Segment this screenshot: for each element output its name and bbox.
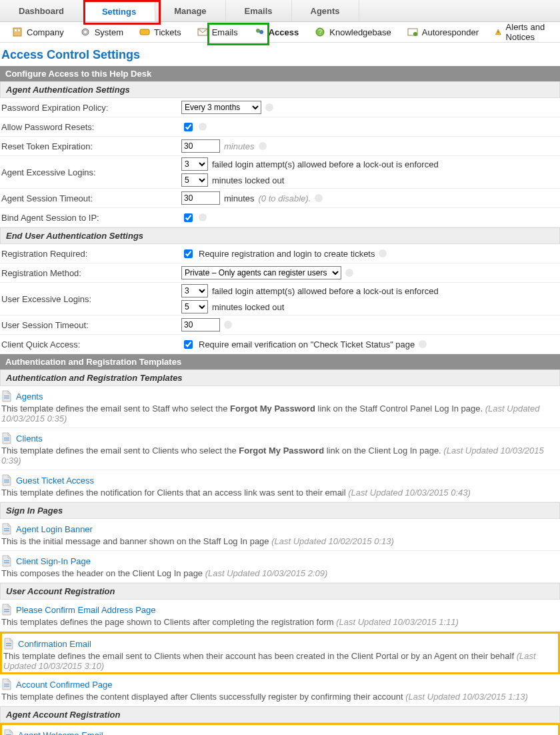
template-link[interactable]: Confirmation Email — [18, 639, 91, 649]
tab-manage[interactable]: Manage — [155, 0, 225, 21]
reg-method-select[interactable]: Private – Only agents can register users — [181, 266, 341, 279]
access-icon — [254, 27, 265, 37]
template-guest: Guest Ticket Access This template define… — [0, 470, 560, 502]
text: Require email verification on "Check Tic… — [199, 339, 415, 349]
section-agentreg: Agent Account Registration — [0, 706, 560, 723]
subtab-label: Knowledgebase — [329, 27, 391, 37]
system-icon — [80, 27, 91, 37]
secondary-tabs: CompanySystemTicketsEmailsAccessKnowledg… — [0, 22, 560, 43]
template-link[interactable]: Client Sign-In Page — [16, 556, 91, 566]
templates-head: Authentication and Registration Template… — [0, 370, 560, 386]
template-confirm-page: Please Confirm Email Address Page This t… — [0, 600, 560, 632]
row-allow-reset: Allow Password Resets: — [0, 117, 560, 137]
autoresponder-icon — [407, 27, 418, 37]
primary-tabs: DashboardSettingsManageEmailsAgents — [0, 0, 560, 22]
tab-dashboard[interactable]: Dashboard — [0, 0, 83, 21]
reset-token-input[interactable] — [181, 139, 220, 153]
text: minutes locked out — [212, 302, 284, 312]
label: User Session Timeout: — [0, 320, 181, 330]
label: Agent Session Timeout: — [0, 193, 181, 203]
subtab-label: Access — [269, 27, 299, 37]
file-icon — [1, 432, 12, 444]
tab-emails[interactable]: Emails — [226, 0, 292, 21]
section-signin: Sign In Pages — [0, 502, 560, 519]
template-link[interactable]: Agents — [16, 392, 43, 402]
user-session-input[interactable] — [181, 318, 220, 331]
template-link[interactable]: Agent Login Banner — [16, 524, 93, 534]
label: User Excessive Logins: — [0, 294, 181, 304]
subtab-label: Company — [27, 27, 64, 37]
subtab-autoresponder[interactable]: Autoresponder — [399, 22, 487, 42]
section-enduser-auth: End User Authentication Settings — [0, 227, 560, 244]
help-icon[interactable] — [199, 213, 207, 221]
alerts-and-notices-icon — [495, 27, 502, 37]
subtab-emails[interactable]: Emails — [189, 22, 246, 42]
template-confirm-email: Confirmation Email This template defines… — [0, 632, 560, 674]
page-title: Access Control Settings — [1, 48, 560, 62]
file-icon — [1, 474, 12, 486]
bind-ip-checkbox[interactable] — [184, 213, 193, 222]
label: Agent Excessive Logins: — [0, 167, 181, 177]
row-user-excessive: User Excessive Logins: 3 failed login at… — [0, 283, 560, 315]
agent-lock-min-select[interactable]: 5 — [181, 173, 208, 187]
configure-bar: Configure Access to this Help Desk — [0, 66, 560, 81]
template-desc: This template defines the content displa… — [1, 692, 559, 702]
row-quick-access: Client Quick Access: Require email verif… — [0, 335, 560, 354]
help-icon[interactable] — [345, 269, 353, 277]
label: Client Quick Access: — [0, 339, 181, 349]
text: failed login attempt(s) allowed before a… — [212, 159, 439, 169]
file-icon — [1, 678, 12, 690]
help-icon[interactable] — [419, 340, 427, 348]
help-icon[interactable] — [379, 249, 387, 257]
unit: minutes — [224, 193, 255, 203]
template-account-confirmed: Account Confirmed Page This template def… — [0, 674, 560, 706]
user-lock-min-select[interactable]: 5 — [181, 300, 208, 313]
help-icon[interactable] — [265, 103, 273, 111]
row-password-policy: Password Expiration Policy: Every 3 mont… — [0, 98, 560, 117]
text: minutes locked out — [212, 175, 284, 185]
help-icon[interactable] — [315, 194, 323, 202]
file-icon — [1, 523, 12, 535]
file-icon — [3, 729, 14, 735]
file-icon — [3, 638, 14, 650]
quick-access-checkbox[interactable] — [184, 340, 193, 349]
emails-icon — [197, 27, 208, 37]
subtab-company[interactable]: Company — [4, 22, 72, 42]
template-link[interactable]: Account Confirmed Page — [16, 680, 113, 690]
template-banner: Agent Login Banner This is the initial m… — [0, 519, 560, 551]
tab-settings[interactable]: Settings — [83, 0, 155, 21]
template-link[interactable]: Agent Welcome Email — [18, 730, 103, 736]
template-desc: This template defines the email sent to … — [1, 446, 559, 466]
row-reg-required: Registration Required: Require registrat… — [0, 244, 560, 263]
template-link[interactable]: Guest Ticket Access — [16, 476, 94, 486]
reg-required-checkbox[interactable] — [184, 249, 193, 258]
tickets-icon — [139, 27, 150, 37]
allow-reset-checkbox[interactable] — [184, 123, 193, 131]
template-signin: Client Sign-In Page This composes the he… — [0, 551, 560, 583]
section-agent-auth: Agent Authentication Settings — [0, 81, 560, 98]
label: Registration Required: — [0, 249, 181, 259]
agent-fail-count-select[interactable]: 3 — [181, 157, 208, 171]
help-icon[interactable] — [224, 321, 232, 329]
subtab-access[interactable]: Access — [246, 22, 307, 42]
subtab-knowledgebase[interactable]: Knowledgebase — [307, 22, 399, 42]
help-icon[interactable] — [199, 123, 207, 131]
template-desc: This template defines the email sent to … — [3, 651, 557, 671]
template-desc: This is the initial message and banner s… — [1, 536, 559, 546]
label: Allow Password Resets: — [0, 122, 181, 132]
password-policy-select[interactable]: Every 3 months — [181, 101, 261, 114]
subtab-system[interactable]: System — [72, 22, 131, 42]
subtab-label: Emails — [212, 27, 238, 37]
agent-session-input[interactable] — [181, 191, 220, 205]
template-link[interactable]: Please Confirm Email Address Page — [16, 605, 156, 615]
template-agents: Agents This template defines the email s… — [0, 386, 560, 428]
tab-agents[interactable]: Agents — [292, 0, 359, 21]
template-desc: This composes the header on the Client L… — [1, 568, 559, 578]
row-agent-excessive: Agent Excessive Logins: 3 failed login a… — [0, 156, 560, 189]
help-icon[interactable] — [259, 142, 267, 150]
template-link[interactable]: Clients — [16, 434, 43, 444]
user-fail-count-select[interactable]: 3 — [181, 284, 208, 297]
subtab-tickets[interactable]: Tickets — [131, 22, 189, 42]
text: failed login attempt(s) allowed before a… — [212, 286, 439, 296]
subtab-alerts-and-notices[interactable]: Alerts and Notices — [487, 22, 560, 42]
